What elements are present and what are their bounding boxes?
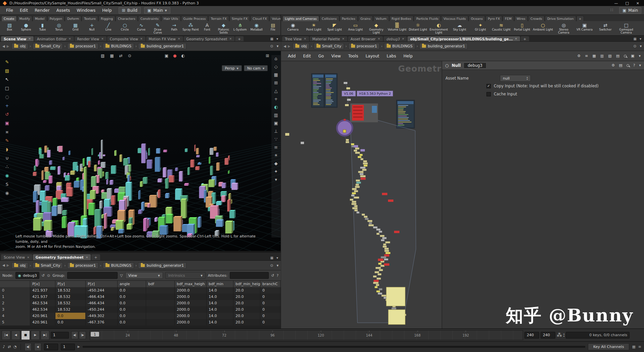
- table-cell[interactable]: 0: [260, 300, 281, 306]
- network-crumb-processor1[interactable]: processor1: [348, 43, 380, 49]
- jump-to-end-button[interactable]: ▶|: [41, 331, 49, 340]
- vr-cam-lock-icon[interactable]: ⊞: [274, 81, 278, 85]
- range-step-button[interactable]: ◀: [34, 343, 41, 351]
- vr-shade-icon[interactable]: ◐: [274, 105, 278, 109]
- col-header-bdf-min-height[interactable]: bdf_min_height: [233, 281, 260, 287]
- table-cell[interactable]: 18.532: [55, 300, 86, 306]
- scene-tab-render-view[interactable]: Render View×: [75, 36, 106, 41]
- table-cell[interactable]: 0: [260, 287, 281, 294]
- panel-menu-icon[interactable]: ≡: [638, 345, 641, 349]
- view-dropdown[interactable]: View ▾: [125, 272, 163, 279]
- vp-link-icon[interactable]: ⇄: [119, 54, 123, 58]
- shelf-tool-metaball[interactable]: ◉Metaball: [248, 23, 265, 34]
- shelf-tool-caustic-light[interactable]: ≋Caustic Light: [491, 23, 512, 34]
- refresh-icon[interactable]: ↺: [42, 274, 45, 277]
- vp-compare-icon[interactable]: ◐: [181, 54, 185, 58]
- playback-start-input[interactable]: 1: [44, 344, 58, 350]
- shelf-tool-sky-light[interactable]: ☁Sky Light: [449, 23, 470, 34]
- param-docs-icon[interactable]: ▤: [619, 63, 622, 67]
- network-tab-add[interactable]: +: [521, 36, 529, 41]
- shelf-tab-lights-and-cameras[interactable]: Lights and Cameras: [283, 16, 319, 21]
- shelf-tab-deform[interactable]: Deform: [65, 16, 81, 21]
- sheet-crumb-building-generator1[interactable]: building_generator1: [138, 262, 186, 269]
- close-icon[interactable]: ×: [229, 37, 232, 40]
- net-menu-go[interactable]: Go: [315, 53, 327, 59]
- main-desktop-selector[interactable]: ▣ Main: [619, 7, 641, 14]
- shelf-tab-modify[interactable]: Modify: [17, 16, 32, 21]
- close-icon[interactable]: ×: [378, 37, 380, 40]
- network-tab-material-palette[interactable]: Material Palette×: [310, 36, 347, 41]
- table-cell[interactable]: 0.0: [55, 319, 86, 325]
- shelf-tab-crowds[interactable]: Crowds: [528, 16, 545, 21]
- sheet-crumb-small-city[interactable]: Small_City: [33, 262, 63, 269]
- param-search-icon[interactable]: [627, 64, 629, 67]
- current-frame-marker[interactable]: 1: [91, 332, 99, 337]
- shelf-tab-add[interactable]: +: [576, 16, 584, 21]
- network-tab-obj-small-city-processor1-buildings-building-ge[interactable]: obj/Small_City/processor1/BUILDINGS/buil…: [407, 36, 520, 41]
- network-tab-tree-view[interactable]: Tree View×: [282, 36, 309, 41]
- pin-icon[interactable]: ⊙: [270, 264, 273, 267]
- shelf-tool-null[interactable]: +Null: [84, 23, 100, 34]
- node-name-input[interactable]: debug3: [464, 62, 486, 69]
- range-jump-start-button[interactable]: ◀|: [25, 343, 32, 351]
- net-badges-icon[interactable]: ▧: [608, 54, 611, 58]
- vp-lasso-icon[interactable]: ◌: [5, 95, 9, 99]
- play-reverse-button[interactable]: ◀: [11, 331, 20, 340]
- shelf-tool-area-light[interactable]: ▭Area Light: [345, 23, 366, 34]
- vp-pen-icon[interactable]: ✎: [5, 60, 9, 64]
- table-cell[interactable]: 2000.0: [175, 294, 207, 300]
- shelf-tool-point-light[interactable]: ☀Point Light: [303, 23, 324, 34]
- table-cell[interactable]: 421.937: [30, 294, 55, 300]
- play-button[interactable]: ▶: [31, 331, 40, 340]
- table-cell[interactable]: 0.0: [118, 306, 146, 313]
- range-start-input[interactable]: 240: [524, 332, 539, 339]
- playback-range-slider[interactable]: [83, 346, 585, 348]
- shelf-tab-simple-fx[interactable]: Simple FX: [229, 16, 250, 21]
- table-cell[interactable]: 2000.0: [175, 300, 207, 306]
- param-gear-icon[interactable]: ⚙: [611, 63, 615, 67]
- pane-menu-icon[interactable]: ▾: [276, 37, 278, 41]
- table-cell[interactable]: [146, 287, 175, 294]
- shelf-tool-volume-light[interactable]: ▒Volume Light: [387, 23, 407, 34]
- close-icon[interactable]: ×: [86, 256, 88, 259]
- attributes-input[interactable]: [230, 272, 269, 279]
- playback-slider-marker[interactable]: ▶: [78, 345, 80, 348]
- shelf-tab-oceans[interactable]: Oceans: [469, 16, 485, 21]
- close-icon[interactable]: ×: [69, 37, 71, 40]
- key-all-channels-button[interactable]: Key All Channels: [588, 343, 629, 350]
- col-header-bdf-min[interactable]: bdf_min: [207, 281, 233, 287]
- table-cell[interactable]: 0: [260, 306, 281, 313]
- vp-brush-icon[interactable]: ▨: [5, 69, 9, 73]
- col-header-bdf-max-heigh[interactable]: bdf_max_heigh: [175, 281, 207, 287]
- net-list-icon[interactable]: ≡: [585, 54, 588, 58]
- vr-persp-icon[interactable]: ▦: [274, 73, 278, 77]
- network-crumb-obj[interactable]: obj: [293, 43, 309, 49]
- path-menu-icon[interactable]: ▾: [276, 44, 278, 48]
- shelf-tab-volume[interactable]: Volume: [269, 16, 281, 21]
- shelf-tab-polygon[interactable]: Polygon: [47, 16, 65, 21]
- row-index[interactable]: 2: [0, 300, 30, 306]
- table-cell[interactable]: [146, 306, 175, 313]
- shelf-tool-camera[interactable]: ◉Camera: [283, 23, 303, 34]
- net-grid-icon[interactable]: ▦: [592, 54, 596, 58]
- shelf-tool-vr-camera[interactable]: ▣VR Camera: [574, 23, 595, 34]
- vr-wire-icon[interactable]: ▥: [274, 113, 278, 117]
- tempo-icon[interactable]: ◔: [13, 345, 17, 349]
- close-icon[interactable]: ×: [101, 37, 104, 40]
- close-icon[interactable]: ×: [29, 37, 31, 40]
- shelf-tab-vellum[interactable]: Vellum: [373, 16, 389, 21]
- vr-home-icon[interactable]: ⌂: [274, 56, 277, 61]
- vp-snapshot-icon[interactable]: ▣: [165, 54, 168, 58]
- scene-tab-motion-fx-view[interactable]: Motion FX View×: [146, 36, 183, 41]
- col-header-p-z[interactable]: P[z]: [86, 281, 118, 287]
- sheet-tab-add[interactable]: +: [91, 254, 100, 260]
- close-icon[interactable]: ×: [515, 37, 517, 40]
- table-cell[interactable]: 2000.0: [175, 306, 207, 313]
- row-index[interactable]: 0: [0, 287, 30, 294]
- scene-tab-add[interactable]: +: [235, 36, 244, 41]
- table-cell[interactable]: 20.0: [233, 287, 260, 294]
- view-selector[interactable]: ▣ Main ▾: [144, 7, 170, 14]
- vr-handles-icon[interactable]: ✦: [274, 169, 278, 174]
- asset-name-dropdown[interactable]: null ▴▾: [500, 75, 531, 82]
- follow-playback-icon[interactable]: ⁂: [557, 333, 562, 338]
